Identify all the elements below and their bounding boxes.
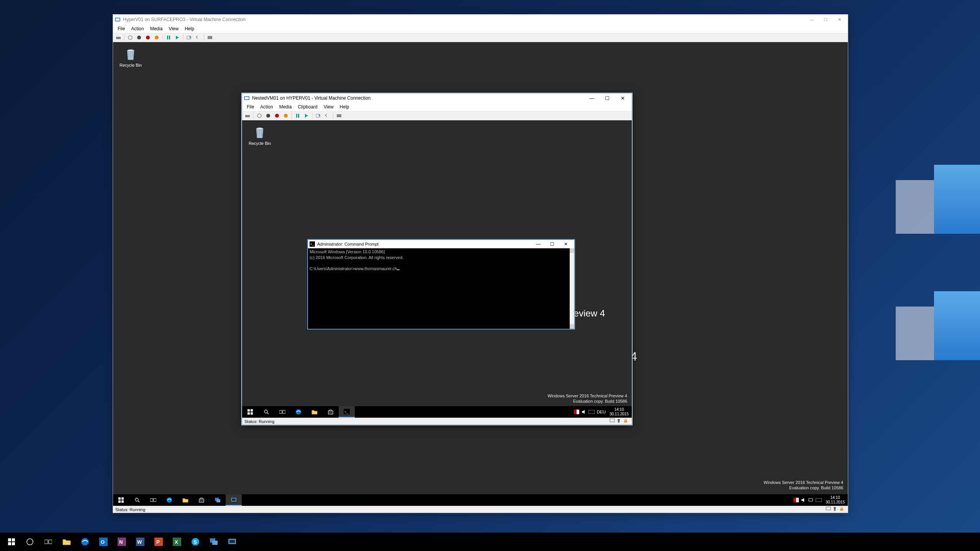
cmd-taskbar-icon[interactable]: >_: [339, 406, 355, 418]
cmd-body[interactable]: Microsoft Windows [Version 10.0.10586] (…: [308, 248, 570, 329]
pause-icon[interactable]: [294, 112, 302, 120]
cmd-scrollbar[interactable]: [570, 248, 574, 329]
menu-help[interactable]: Help: [337, 104, 352, 110]
start-button[interactable]: [242, 406, 258, 418]
tray-volume-icon[interactable]: [582, 410, 586, 414]
close-button[interactable]: ✕: [559, 240, 573, 248]
speaker-config-icon[interactable]: [833, 507, 839, 513]
menu-view[interactable]: View: [166, 26, 182, 32]
outer-vm-titlebar[interactable]: HyperV01 on SURFACEPRO3 - Virtual Machin…: [113, 15, 848, 25]
store-icon[interactable]: [193, 494, 210, 506]
taskview-icon[interactable]: [274, 406, 290, 418]
menu-file[interactable]: File: [244, 104, 257, 110]
svg-rect-35: [283, 410, 285, 413]
reset-icon[interactable]: [303, 112, 310, 120]
svg-rect-60: [232, 499, 236, 501]
store-icon[interactable]: [323, 406, 339, 418]
inner-vm-titlebar[interactable]: NestedVM01 on HYPERV01 - Virtual Machine…: [242, 93, 632, 103]
close-button[interactable]: ✕: [615, 94, 630, 102]
tray-language[interactable]: DEU: [597, 410, 606, 414]
menu-view[interactable]: View: [321, 104, 337, 110]
svg-text:P: P: [156, 539, 160, 545]
powerpoint-icon[interactable]: P: [149, 533, 168, 551]
inner-guest-desktop[interactable]: Recycle Bin Windows Server 2016 Technica…: [242, 120, 632, 406]
start-icon[interactable]: [126, 34, 134, 41]
outlook-icon[interactable]: O: [94, 533, 113, 551]
menu-action[interactable]: Action: [257, 104, 276, 110]
vmc-taskbar-icon[interactable]: [223, 533, 241, 551]
enhanced-session-icon[interactable]: [206, 34, 214, 41]
skype-icon[interactable]: S: [186, 533, 205, 551]
hyperv-manager-icon[interactable]: [205, 533, 223, 551]
vmc-taskbar-icon[interactable]: [226, 494, 242, 506]
edge-icon[interactable]: [290, 406, 306, 418]
revert-icon[interactable]: [194, 34, 202, 41]
excel-icon[interactable]: X: [168, 533, 186, 551]
tray-flag-icon[interactable]: [793, 498, 799, 502]
menu-media[interactable]: Media: [147, 26, 166, 32]
onenote-icon[interactable]: N: [113, 533, 131, 551]
menu-action[interactable]: Action: [128, 26, 147, 32]
recycle-bin[interactable]: Recycle Bin: [118, 47, 144, 67]
minimize-button[interactable]: —: [584, 94, 600, 102]
turnoff-icon[interactable]: [135, 34, 143, 41]
tray-flag-icon[interactable]: [574, 410, 579, 414]
svg-rect-47: [118, 497, 121, 500]
lock-icon[interactable]: [839, 507, 846, 513]
lock-icon[interactable]: [623, 418, 629, 425]
revert-icon[interactable]: [323, 112, 331, 120]
maximize-button[interactable]: ☐: [600, 94, 615, 102]
tray-keyboard-icon[interactable]: [588, 410, 595, 414]
hyperv-manager-icon[interactable]: [210, 494, 226, 506]
file-explorer-icon[interactable]: [57, 533, 76, 551]
turnoff-icon[interactable]: [264, 112, 272, 120]
maximize-button[interactable]: ☐: [819, 16, 833, 23]
maximize-button[interactable]: ☐: [545, 240, 559, 248]
display-config-icon[interactable]: [610, 418, 616, 425]
search-icon[interactable]: [129, 494, 145, 506]
checkpoint-icon[interactable]: [315, 112, 322, 120]
tray-network-icon[interactable]: [808, 498, 813, 502]
file-explorer-icon[interactable]: [306, 406, 323, 418]
tray-volume-icon[interactable]: [801, 498, 806, 502]
save-icon[interactable]: [153, 34, 161, 41]
pause-icon[interactable]: [165, 34, 172, 41]
save-icon[interactable]: [282, 112, 290, 120]
tray-clock[interactable]: 14:10 30.11.2015: [608, 407, 630, 417]
shutdown-icon[interactable]: [144, 34, 152, 41]
menu-help[interactable]: Help: [182, 26, 197, 32]
menu-file[interactable]: File: [115, 26, 128, 32]
start-button[interactable]: [2, 533, 21, 551]
word-icon[interactable]: W: [131, 533, 149, 551]
edge-icon[interactable]: [76, 533, 94, 551]
menu-media[interactable]: Media: [276, 104, 295, 110]
file-explorer-icon[interactable]: [177, 494, 193, 506]
display-config-icon[interactable]: [826, 507, 832, 513]
checkpoint-icon[interactable]: [185, 34, 193, 41]
taskview-icon[interactable]: [39, 533, 57, 551]
start-button[interactable]: [113, 494, 129, 506]
inner-vm-toolbar: [242, 111, 632, 120]
cortana-icon[interactable]: [21, 533, 39, 551]
start-icon[interactable]: [256, 112, 263, 120]
tray-clock[interactable]: 14:10 30.11.2015: [824, 495, 846, 505]
tray-keyboard-icon[interactable]: [816, 498, 822, 502]
shutdown-icon[interactable]: [273, 112, 281, 120]
speaker-config-icon[interactable]: [616, 418, 623, 425]
svg-rect-44: [610, 419, 615, 422]
search-icon[interactable]: [258, 406, 274, 418]
ctrl-alt-del-icon[interactable]: [115, 34, 122, 41]
menu-clipboard[interactable]: Clipboard: [295, 104, 320, 110]
recycle-bin[interactable]: Recycle Bin: [247, 125, 273, 146]
svg-rect-2: [116, 37, 121, 39]
ctrl-alt-del-icon[interactable]: [244, 112, 251, 120]
outer-guest-desktop[interactable]: Recycle Bin Technical Preview 4 Windows …: [113, 42, 848, 494]
cmd-titlebar[interactable]: >_ Administrator: Command Prompt — ☐ ✕: [308, 240, 574, 248]
minimize-button[interactable]: —: [805, 16, 819, 23]
taskview-icon[interactable]: [145, 494, 161, 506]
close-button[interactable]: ✕: [833, 16, 846, 23]
minimize-button[interactable]: —: [531, 240, 545, 248]
edge-icon[interactable]: [161, 494, 177, 506]
reset-icon[interactable]: [174, 34, 181, 41]
enhanced-session-icon[interactable]: [335, 112, 343, 120]
